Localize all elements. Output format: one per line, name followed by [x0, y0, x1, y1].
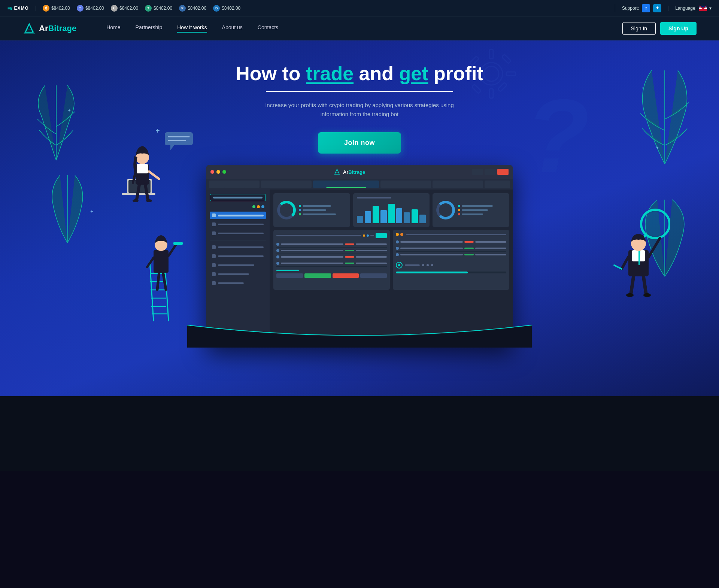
mock-table-slash — [370, 235, 374, 236]
mock-row3-badge-red — [345, 256, 354, 258]
logo: ArBitrage — [22, 22, 76, 35]
ticker-brand: ≡// EXMO — [7, 6, 36, 11]
mock-stats-row — [273, 193, 509, 227]
language-label: Language: — [675, 6, 697, 11]
ticker-brand-name: EXMO — [14, 6, 29, 11]
ticker-brand-icon: ≡// — [7, 6, 12, 10]
mock-bar-3 — [373, 206, 379, 223]
telegram-button[interactable]: ✈ — [653, 4, 661, 12]
signin-button[interactable]: Sign In — [622, 22, 656, 35]
svg-point-34 — [643, 212, 667, 236]
mock-rrow3-data1 — [400, 254, 463, 255]
mock-panel-dots — [396, 233, 506, 236]
mock-row4-badge-green — [345, 263, 354, 264]
mock-bar-5 — [388, 204, 395, 223]
mock-si4-label — [218, 255, 264, 257]
mock-legend-dot-1 — [299, 205, 301, 207]
language-dropdown-icon[interactable]: ▾ — [709, 6, 712, 11]
mock-logo: ArBitrage — [333, 168, 365, 176]
mock-si6-label — [218, 273, 249, 275]
mock-si7-icon — [212, 281, 216, 285]
dash-coin-icon: D — [213, 5, 220, 12]
support-label: Support: — [622, 6, 639, 11]
mock-window-controls — [472, 169, 509, 175]
mock-pdot-2 — [400, 233, 403, 236]
eth-coin-icon: Ξ — [77, 5, 84, 12]
mock-row2-data2 — [356, 250, 387, 251]
svg-line-44 — [649, 238, 660, 257]
mock-sidebar-item-1 — [210, 221, 266, 228]
svg-rect-10 — [502, 54, 511, 64]
mock-dot-blue — [261, 205, 264, 208]
mock-window: ArBitrage — [206, 165, 513, 347]
mock-ctrl-2 — [485, 169, 496, 175]
mock-table-dot-2 — [367, 234, 369, 237]
language-flag-icon — [699, 6, 707, 11]
svg-rect-5 — [489, 49, 493, 59]
navbar: ArBitrage Home Partnership How it works … — [0, 16, 719, 40]
mock-legend-dot-3 — [299, 213, 301, 215]
svg-line-27 — [149, 172, 159, 179]
mock-sidebar-label-active — [218, 215, 264, 216]
nav-partnership[interactable]: Partnership — [136, 24, 163, 33]
mock-sidebar-item-5 — [210, 261, 266, 269]
mock-bottom-btns — [276, 273, 387, 278]
signup-button[interactable]: Sign Up — [660, 22, 697, 35]
mock-row4-data1 — [281, 263, 343, 264]
hero-title: How to trade and get profit — [236, 63, 483, 84]
facebook-button[interactable]: f — [642, 4, 650, 12]
mock-row1-icon — [276, 243, 279, 246]
mock-legend2-line-3 — [462, 213, 483, 215]
mock-right-panel — [393, 230, 509, 290]
window-dot-red — [210, 170, 214, 174]
mock-card2-title — [357, 197, 391, 198]
mock-rrow2-badge — [464, 248, 474, 249]
mock-ctrl-close — [497, 169, 509, 175]
hero-title-underline — [266, 91, 453, 92]
ticker-item-ltc: Ł $8402.00 — [111, 5, 138, 12]
mock-si3-label — [218, 246, 264, 248]
mock-rrow1-data2 — [475, 241, 506, 243]
mock-donut-1 — [277, 201, 296, 219]
mock-tab-1 — [209, 181, 260, 188]
logo-text: ArBitrage — [39, 24, 76, 33]
nav-how-it-works[interactable]: How it works — [177, 24, 207, 33]
mock-table-row-4 — [276, 260, 387, 267]
mock-legend-line-1 — [303, 205, 331, 207]
mock-divider — [210, 240, 266, 240]
mock-rrow3-badge — [464, 254, 474, 255]
mock-row1-data1 — [281, 243, 343, 245]
woman-character — [116, 130, 169, 216]
ticker-item-btc: ₿ $8402.00 — [43, 5, 70, 12]
mock-tab-3 — [380, 181, 431, 188]
mock-dot-sm-1 — [422, 264, 424, 266]
mock-legend2-line-2 — [462, 209, 488, 211]
mock-dot-green — [252, 205, 255, 208]
nav-actions: Sign In Sign Up — [622, 22, 697, 35]
svg-rect-55 — [154, 250, 169, 273]
mock-rrow2-data2 — [475, 248, 506, 249]
footer-area — [0, 396, 719, 471]
join-now-button[interactable]: Join now — [318, 132, 401, 154]
mock-sidebar-item-6 — [210, 270, 266, 278]
xrp-coin-icon: ✕ — [179, 5, 186, 12]
mock-table-dot-1 — [363, 234, 365, 237]
mock-row1-data2 — [356, 243, 387, 245]
hero-title-highlight2: get — [399, 63, 428, 84]
svg-point-4 — [484, 66, 499, 81]
mock-si4-icon — [212, 254, 216, 258]
mock-table-header — [276, 233, 387, 238]
svg-rect-12 — [498, 82, 507, 92]
mock-tab-5 — [485, 181, 510, 188]
btc-coin-icon: ₿ — [43, 5, 49, 12]
mock-bar-9 — [419, 215, 426, 223]
mock-dot-sm-2 — [427, 264, 429, 266]
mock-si3-icon — [212, 245, 216, 249]
nav-home[interactable]: Home — [106, 24, 120, 33]
mock-table-row-1 — [276, 241, 387, 248]
mock-row3-icon — [276, 255, 279, 258]
nav-about-us[interactable]: About us — [222, 24, 243, 33]
mock-tab-active — [313, 181, 379, 188]
mock-panel-status — [396, 262, 506, 269]
nav-contacts[interactable]: Contacts — [258, 24, 278, 33]
